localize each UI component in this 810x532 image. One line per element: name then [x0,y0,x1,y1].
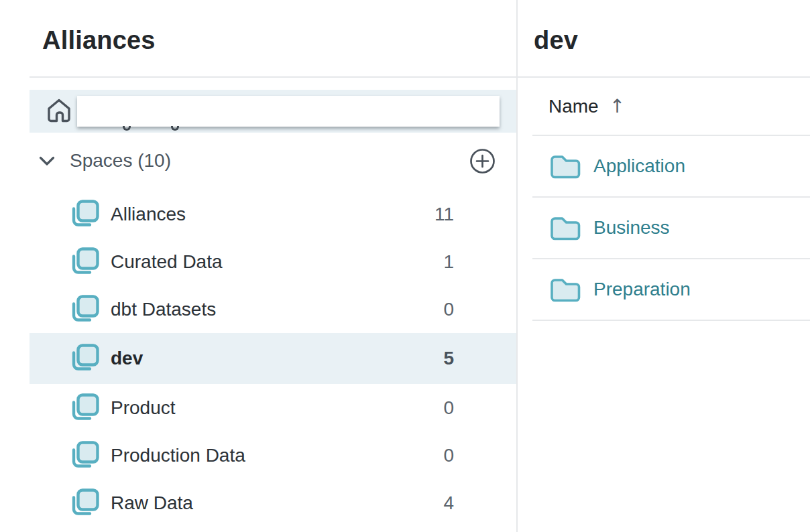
space-icon [69,393,100,423]
redacted-text-descender [171,126,179,131]
space-icon [69,247,100,277]
sidebar-title: Alliances [42,25,516,55]
space-icon [69,343,100,374]
space-icon [69,440,100,471]
sidebar-item-curated-data[interactable]: Curated Data 1 [30,238,516,285]
spaces-section-label: Spaces (10) [70,150,171,172]
folder-icon [551,277,581,302]
space-label: dev [111,348,143,369]
folder-link[interactable]: Application [593,155,685,177]
sidebar-item-product[interactable]: Product 0 [30,384,516,431]
sidebar-item-dev[interactable]: dev 5 [30,333,516,384]
space-label: Product [111,397,176,419]
space-count: 5 [443,348,454,369]
space-label: dbt Datasets [111,299,216,320]
space-label: Production Data [111,445,245,466]
space-label: Curated Data [111,251,223,273]
content-panel: dev Name ↑ Application Business [518,0,810,532]
folder-icon [551,215,581,241]
sidebar-item-dbt-datasets[interactable]: dbt Datasets 0 [30,285,516,333]
folder-link[interactable]: Business [593,217,670,239]
spaces-section-header: Spaces (10) [0,142,516,180]
space-count: 0 [443,445,454,466]
space-count: 0 [443,397,454,419]
table-row[interactable]: Application [532,136,810,198]
chevron-down-icon[interactable] [39,156,55,166]
sidebar-item-raw-data[interactable]: Raw Data 4 [30,479,516,527]
space-count: 1 [443,251,454,273]
home-icon [46,97,72,125]
name-header-label: Name [548,96,599,117]
space-list: Alliances 11 Curated Data 1 dbt Datasets… [0,190,516,527]
sidebar-item-alliances[interactable]: Alliances 11 [30,190,516,238]
space-label: Alliances [111,204,186,225]
folder-link[interactable]: Preparation [593,279,691,300]
space-icon [69,488,100,519]
space-count: 0 [443,299,454,320]
page-title: dev [534,25,810,55]
column-header-name[interactable]: Name ↑ [532,78,810,136]
table-row[interactable]: Business [532,198,810,259]
space-icon [69,199,100,230]
space-count: 11 [435,204,454,225]
space-count: 4 [443,492,454,514]
space-label: Raw Data [111,492,193,514]
redacted-text-descender [123,126,131,131]
table-row[interactable]: Preparation [532,259,810,321]
add-space-button[interactable] [469,148,496,174]
datasets-table: Name ↑ Application Business Preparatio [532,78,810,321]
space-icon [69,294,100,325]
plus-circle-icon [469,148,496,174]
redacted-text-overlay [77,96,500,127]
app-window: Alliances Spaces (10) [0,0,810,532]
divider [30,76,516,78]
sidebar-item-production-data[interactable]: Production Data 0 [30,431,516,479]
folder-icon [551,153,581,179]
sort-ascending-icon: ↑ [610,97,625,116]
sidebar: Alliances Spaces (10) [0,0,518,532]
home-item[interactable] [30,90,516,133]
